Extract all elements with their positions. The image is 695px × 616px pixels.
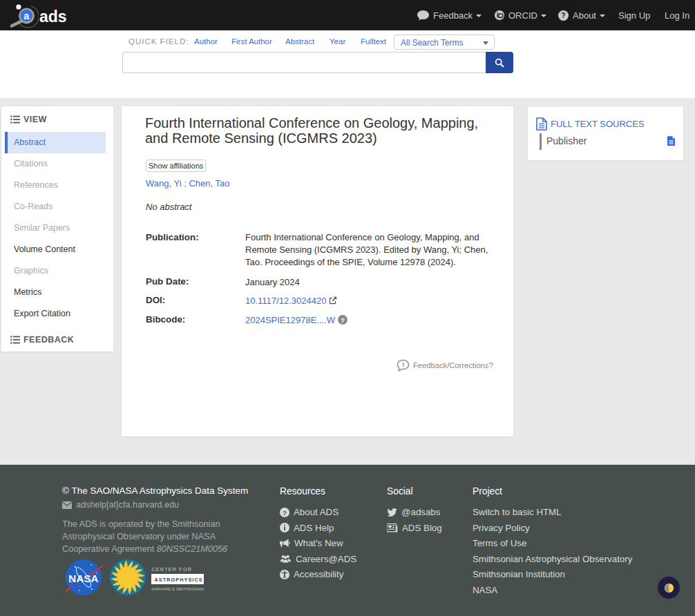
svg-text:?: ?	[561, 12, 565, 19]
svg-text:ASTROPHYSICS: ASTROPHYSICS	[155, 577, 203, 583]
svg-text:HARVARD & SMITHSONIAN: HARVARD & SMITHSONIAN	[152, 587, 204, 591]
svg-text:!: !	[402, 360, 404, 368]
svg-text:?: ?	[283, 508, 287, 516]
svg-text:NASA: NASA	[68, 572, 98, 584]
svg-text:?: ?	[341, 316, 345, 324]
svg-text:CENTER FOR: CENTER FOR	[152, 567, 193, 572]
